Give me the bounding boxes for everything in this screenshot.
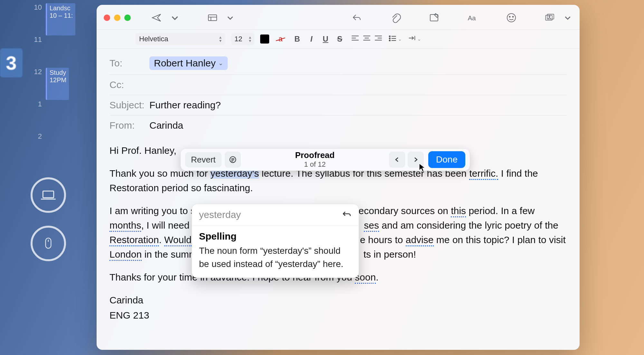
signature-line: ENG 213 — [109, 308, 567, 322]
proofread-underline[interactable]: advise — [406, 234, 434, 246]
proofread-counter: 1 of 12 — [241, 160, 389, 168]
send-button[interactable] — [147, 11, 166, 25]
cal-event-sub: 10 – 11: — [50, 12, 73, 19]
window-titlebar: Aa — [97, 5, 580, 29]
signature-name: Carinda — [109, 293, 567, 307]
proofread-title: Proofread — [241, 151, 389, 160]
send-dropdown[interactable] — [169, 11, 180, 25]
cal-hour: 1 — [29, 100, 42, 132]
cal-hour: 2 — [29, 132, 42, 164]
format-bar: Helvetica ▴▾ 12 ▴▾ a B I U S ⌄ ⌄ — [97, 30, 580, 48]
proofread-underline[interactable]: Restoration — [109, 234, 159, 246]
previous-issue-button[interactable] — [389, 152, 405, 168]
mouse-cursor-icon — [419, 163, 426, 173]
list-changes-button[interactable] — [225, 152, 241, 168]
underline-button[interactable]: U — [320, 35, 331, 44]
svg-point-10 — [509, 16, 510, 17]
markup-button[interactable] — [424, 11, 444, 25]
chevron-down-icon[interactable]: ⌄ — [398, 36, 402, 42]
italic-button[interactable]: I — [306, 35, 317, 44]
close-window-button[interactable] — [104, 15, 110, 21]
strikethrough-button[interactable]: S — [334, 35, 345, 44]
to-field-row[interactable]: To: Robert Hanley ⌄ — [109, 52, 567, 75]
attach-button[interactable] — [386, 11, 405, 25]
photo-browser-dropdown[interactable] — [563, 11, 573, 25]
list-button[interactable] — [388, 35, 397, 44]
proofread-popover: yesterday Spelling The noun form “yester… — [192, 204, 359, 278]
svg-point-26 — [389, 38, 390, 39]
background-calendar: 10 Landsc 10 – 11: 11 12 Study 12PM 1 2 — [29, 3, 93, 197]
suggestion-word: yesterday — [199, 209, 241, 220]
recipient-token[interactable]: Robert Hanley ⌄ — [149, 56, 228, 70]
cal-event-title: Landsc — [50, 5, 73, 12]
cal-hour: 12 — [29, 68, 42, 100]
indent-button[interactable] — [408, 35, 416, 44]
svg-point-9 — [507, 14, 516, 22]
cc-label: Cc: — [109, 79, 145, 90]
svg-rect-4 — [208, 15, 217, 21]
mail-compose-window: Aa Helvetica ▴▾ 12 ▴▾ a B I U S — [97, 5, 580, 350]
from-field-row[interactable]: From: Carinda — [109, 115, 567, 135]
proofread-underline[interactable]: London — [109, 249, 142, 261]
minimize-window-button[interactable] — [114, 15, 120, 21]
dock-laptop-icon — [31, 177, 66, 213]
font-size-value: 12 — [234, 35, 242, 43]
done-button[interactable]: Done — [428, 151, 465, 168]
proofread-underline[interactable]: months — [109, 220, 141, 232]
photo-browser-button[interactable] — [540, 11, 560, 25]
font-size-select[interactable]: 12 ▴▾ — [231, 33, 254, 45]
stepper-icon: ▴▾ — [219, 35, 222, 43]
bold-button[interactable]: B — [292, 35, 303, 44]
cal-event: Study 12PM — [46, 68, 69, 100]
background-color-button[interactable]: a — [275, 35, 286, 44]
reply-icon[interactable] — [347, 11, 366, 25]
proofread-status: Proofread 1 of 12 — [241, 151, 389, 168]
svg-point-11 — [513, 16, 514, 17]
svg-text:Aa: Aa — [468, 15, 476, 22]
header-fields-toggle[interactable] — [203, 11, 222, 25]
header-fields: To: Robert Hanley ⌄ Cc: Subject: Further… — [97, 49, 580, 135]
svg-point-24 — [389, 36, 390, 37]
proofread-underline[interactable]: Would — [164, 234, 192, 246]
suggestion-explanation: The noun form “yesterday's” should be us… — [199, 244, 352, 271]
to-label: To: — [109, 58, 145, 69]
svg-rect-0 — [43, 191, 53, 198]
font-family-value: Helvetica — [139, 35, 168, 43]
revert-button[interactable]: Revert — [185, 152, 222, 167]
align-right-button[interactable] — [374, 35, 383, 44]
undo-suggestion-button[interactable] — [342, 210, 352, 220]
proofread-toolbar: Revert Proofread 1 of 12 Done — [180, 148, 470, 171]
emoji-button[interactable] — [502, 11, 521, 25]
subject-value: Further reading? — [149, 100, 221, 111]
format-button[interactable]: Aa — [463, 11, 482, 25]
chevron-down-icon[interactable]: ⌄ — [218, 60, 223, 67]
cal-event-title: Study — [50, 69, 66, 76]
subject-label: Subject: — [109, 100, 145, 111]
align-left-button[interactable] — [351, 35, 359, 44]
stepper-icon: ▴▾ — [249, 35, 251, 43]
from-value: Carinda — [149, 120, 183, 131]
header-fields-dropdown[interactable] — [225, 11, 235, 25]
suggestion-category: Spelling — [199, 231, 352, 242]
svg-rect-7 — [430, 15, 438, 21]
subject-field-row[interactable]: Subject: Further reading? — [109, 95, 567, 115]
cal-event-sub: 12PM — [50, 76, 66, 84]
svg-point-28 — [389, 40, 390, 41]
text-color-button[interactable] — [260, 35, 269, 44]
cal-hour: 10 — [29, 3, 42, 35]
proofread-underline[interactable]: this — [451, 205, 466, 217]
svg-point-14 — [549, 16, 550, 17]
proofread-underline[interactable]: terrific. — [469, 168, 498, 180]
cal-event: Landsc 10 – 11: — [46, 3, 75, 35]
calendar-date-widget: 3 — [0, 48, 23, 77]
traffic-lights — [104, 15, 131, 21]
chevron-down-icon[interactable]: ⌄ — [417, 36, 421, 42]
fullscreen-window-button[interactable] — [124, 15, 131, 21]
proofread-underline[interactable]: ses — [364, 220, 379, 232]
font-family-select[interactable]: Helvetica ▴▾ — [135, 33, 225, 45]
from-label: From: — [109, 120, 145, 131]
dock-mouse-icon — [31, 226, 66, 261]
background-dock — [31, 177, 66, 261]
cc-field-row[interactable]: Cc: — [109, 75, 567, 95]
align-center-button[interactable] — [363, 35, 371, 44]
